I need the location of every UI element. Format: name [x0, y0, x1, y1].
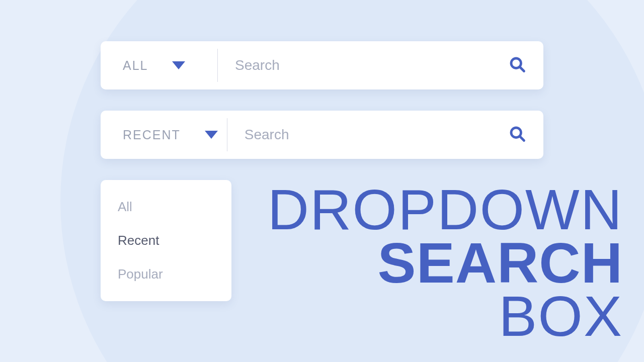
search-input-wrap-1	[235, 57, 508, 73]
divider	[217, 49, 218, 82]
dropdown-menu: All Recent Popular	[101, 180, 231, 301]
search-input-wrap-2	[245, 127, 508, 143]
search-box-1: ALL	[101, 41, 543, 89]
search-icon	[508, 125, 526, 145]
divider	[227, 118, 227, 151]
svg-line-1	[520, 67, 524, 71]
dropdown-option-recent[interactable]: Recent	[101, 224, 231, 257]
search-icon	[508, 55, 526, 75]
search-input-1[interactable]	[235, 57, 508, 73]
caret-down-icon	[205, 131, 218, 139]
headline: DROPDOWN SEARCH BOX	[268, 183, 623, 343]
dropdown-label-2: RECENT	[123, 128, 181, 142]
search-button-1[interactable]	[508, 55, 526, 75]
svg-line-3	[520, 137, 524, 141]
dropdown-option-popular[interactable]: Popular	[101, 257, 231, 291]
dropdown-option-all[interactable]: All	[101, 190, 231, 224]
search-box-2: RECENT	[101, 111, 543, 159]
dropdown-trigger-1[interactable]: ALL	[123, 58, 208, 73]
search-button-2[interactable]	[508, 125, 526, 145]
headline-line-3: BOX	[268, 290, 623, 343]
dropdown-label-1: ALL	[123, 58, 148, 73]
headline-line-1: DROPDOWN	[268, 183, 623, 236]
caret-down-icon	[172, 61, 185, 69]
headline-line-2: SEARCH	[268, 236, 623, 290]
search-input-2[interactable]	[245, 127, 508, 143]
dropdown-trigger-2[interactable]: RECENT	[123, 128, 218, 142]
